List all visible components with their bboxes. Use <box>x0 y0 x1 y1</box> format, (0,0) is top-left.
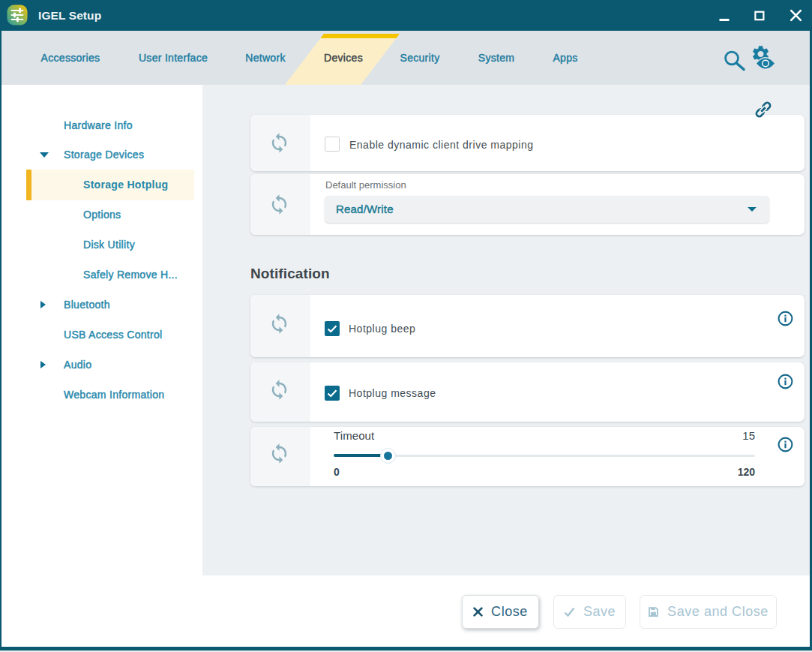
section-heading: Notification <box>250 266 330 282</box>
timeout-slider-track[interactable] <box>334 455 755 457</box>
save-floppy-icon <box>648 606 659 617</box>
maximize-icon <box>754 10 766 22</box>
save-button-label: Save <box>583 604 616 620</box>
maximize-button[interactable] <box>746 0 773 31</box>
tab-security[interactable]: Security <box>379 31 460 85</box>
timeout-max: 120 <box>675 466 755 478</box>
drive-mapping-label: Enable dynamic client drive mapping <box>349 137 534 152</box>
tab-devices[interactable]: Devices <box>303 31 384 85</box>
check-icon <box>325 321 340 336</box>
sidebar-item-usb-access-control[interactable]: USB Access Control <box>64 326 162 343</box>
save-button[interactable]: Save <box>553 595 626 629</box>
sidebar-item-safely-remove[interactable]: Safely Remove H... <box>83 266 178 283</box>
save-and-close-button-label: Save and Close <box>667 604 769 620</box>
timeout-min: 0 <box>334 466 340 478</box>
row5-reset-icon[interactable] <box>268 443 290 464</box>
row4-info-icon[interactable] <box>778 374 793 389</box>
sidebar-item-hardware-info[interactable]: Hardware Info <box>64 117 133 134</box>
hotplug-beep-checkbox[interactable] <box>325 321 340 336</box>
chevron-right-icon-audio[interactable] <box>40 361 46 368</box>
row2-reset-icon[interactable] <box>268 194 290 215</box>
timeout-label: Timeout <box>334 429 374 442</box>
close-button[interactable]: Close <box>462 595 539 629</box>
drive-mapping-checkbox[interactable] <box>325 137 340 152</box>
chevron-down-icon[interactable] <box>40 152 49 158</box>
sidebar-item-storage-devices[interactable]: Storage Devices <box>64 146 144 163</box>
timeout-value: 15 <box>675 429 755 442</box>
tab-network[interactable]: Network <box>225 31 306 85</box>
close-icon <box>790 9 802 22</box>
minimize-button[interactable] <box>711 0 738 31</box>
tab-user-interface[interactable]: User Interface <box>133 31 214 85</box>
row3-info-icon[interactable] <box>778 311 793 326</box>
select-caret-icon <box>748 207 757 212</box>
hotplug-message-label: Hotplug message <box>349 386 436 401</box>
hotplug-message-checkbox[interactable] <box>325 386 340 401</box>
row4-reset-icon[interactable] <box>268 379 290 401</box>
sidebar-item-audio[interactable]: Audio <box>64 356 91 373</box>
igel-logo <box>7 5 28 26</box>
default-permission-value: Read/Write <box>336 196 394 223</box>
gear-eye-icon[interactable] <box>750 44 777 71</box>
row5-info-icon[interactable] <box>778 437 793 452</box>
chevron-right-icon-bluetooth[interactable] <box>40 301 46 308</box>
window-border-left <box>0 31 1 652</box>
check-icon <box>325 386 340 401</box>
default-permission-select[interactable]: Read/Write <box>325 196 769 223</box>
close-button-label: Close <box>491 604 528 620</box>
save-check-icon <box>564 607 575 617</box>
app-title: IGEL Setup <box>38 0 101 31</box>
sidebar-item-webcam-information[interactable]: Webcam Information <box>64 386 164 403</box>
sidebar-item-storage-hotplug[interactable]: Storage Hotplug <box>83 176 168 193</box>
row3-reset-icon[interactable] <box>268 313 290 335</box>
timeout-slider-thumb[interactable] <box>384 452 392 460</box>
save-and-close-button[interactable]: Save and Close <box>640 595 777 629</box>
sidebar-item-options[interactable]: Options <box>83 206 121 223</box>
minimize-icon <box>718 10 730 22</box>
sidebar-item-bluetooth[interactable]: Bluetooth <box>64 296 110 313</box>
close-x-icon <box>473 607 483 617</box>
default-permission-label: Default permission <box>325 179 406 191</box>
search-icon[interactable] <box>720 46 747 73</box>
tab-accessories[interactable]: Accessories <box>30 31 111 85</box>
tab-apps[interactable]: Apps <box>525 31 606 85</box>
sidebar-selected-bar <box>26 170 31 200</box>
link-icon[interactable] <box>754 101 772 119</box>
sidebar-item-disk-utility[interactable]: Disk Utility <box>83 236 135 253</box>
close-window-button[interactable] <box>782 0 809 31</box>
row1-reset-icon[interactable] <box>268 132 290 154</box>
hotplug-beep-label: Hotplug beep <box>349 321 415 336</box>
title-bar <box>0 0 812 31</box>
